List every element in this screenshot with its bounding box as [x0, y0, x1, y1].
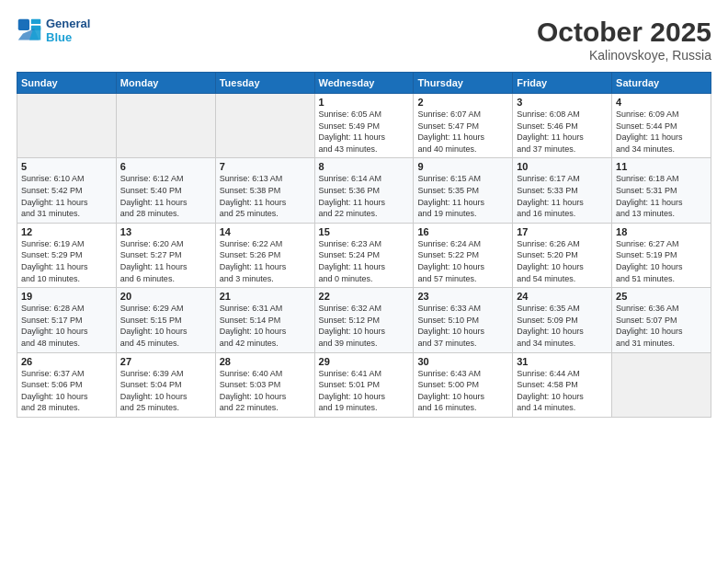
calendar-cell: 23Sunrise: 6:33 AM Sunset: 5:10 PM Dayli…	[414, 288, 513, 352]
day-number: 9	[417, 161, 508, 172]
calendar-cell: 27Sunrise: 6:39 AM Sunset: 5:04 PM Dayli…	[116, 352, 215, 417]
day-number: 6	[120, 161, 211, 172]
day-info: Sunrise: 6:43 AM Sunset: 5:00 PM Dayligh…	[417, 368, 508, 414]
calendar-cell: 2Sunrise: 6:07 AM Sunset: 5:47 PM Daylig…	[414, 94, 513, 158]
day-info: Sunrise: 6:07 AM Sunset: 5:47 PM Dayligh…	[417, 109, 508, 155]
day-info: Sunrise: 6:40 AM Sunset: 5:03 PM Dayligh…	[220, 368, 311, 414]
calendar-cell: 20Sunrise: 6:29 AM Sunset: 5:15 PM Dayli…	[116, 288, 215, 352]
day-number: 4	[616, 97, 707, 108]
day-info: Sunrise: 6:13 AM Sunset: 5:38 PM Dayligh…	[220, 173, 311, 219]
logo: General Blue	[17, 17, 90, 44]
day-info: Sunrise: 6:17 AM Sunset: 5:33 PM Dayligh…	[517, 173, 608, 219]
calendar-cell: 8Sunrise: 6:14 AM Sunset: 5:36 PM Daylig…	[314, 158, 414, 223]
calendar-cell	[612, 352, 711, 417]
day-info: Sunrise: 6:37 AM Sunset: 5:06 PM Dayligh…	[21, 368, 112, 414]
day-number: 28	[220, 356, 311, 367]
day-number: 13	[120, 226, 211, 237]
month-title: October 2025	[537, 17, 711, 48]
calendar-cell: 15Sunrise: 6:23 AM Sunset: 5:24 PM Dayli…	[314, 223, 414, 287]
day-number: 11	[616, 161, 707, 172]
calendar-cell: 29Sunrise: 6:41 AM Sunset: 5:01 PM Dayli…	[314, 352, 414, 417]
day-info: Sunrise: 6:23 AM Sunset: 5:24 PM Dayligh…	[319, 238, 410, 284]
calendar-cell: 28Sunrise: 6:40 AM Sunset: 5:03 PM Dayli…	[215, 352, 314, 417]
day-number: 30	[417, 356, 508, 367]
page-header: General Blue October 2025 Kalinovskoye, …	[17, 17, 711, 63]
calendar-cell: 4Sunrise: 6:09 AM Sunset: 5:44 PM Daylig…	[612, 94, 711, 158]
calendar-cell: 12Sunrise: 6:19 AM Sunset: 5:29 PM Dayli…	[17, 223, 117, 287]
day-number: 14	[220, 226, 311, 237]
day-info: Sunrise: 6:31 AM Sunset: 5:14 PM Dayligh…	[220, 303, 311, 349]
weekday-header-thursday: Thursday	[414, 73, 513, 94]
calendar-cell	[215, 94, 314, 158]
day-info: Sunrise: 6:18 AM Sunset: 5:31 PM Dayligh…	[616, 173, 707, 219]
day-info: Sunrise: 6:39 AM Sunset: 5:04 PM Dayligh…	[120, 368, 211, 414]
day-info: Sunrise: 6:28 AM Sunset: 5:17 PM Dayligh…	[21, 303, 112, 349]
day-info: Sunrise: 6:14 AM Sunset: 5:36 PM Dayligh…	[319, 173, 410, 219]
calendar-week-row: 5Sunrise: 6:10 AM Sunset: 5:42 PM Daylig…	[17, 158, 711, 223]
day-info: Sunrise: 6:27 AM Sunset: 5:19 PM Dayligh…	[616, 238, 707, 284]
day-info: Sunrise: 6:26 AM Sunset: 5:20 PM Dayligh…	[517, 238, 608, 284]
day-number: 3	[517, 97, 608, 108]
calendar-cell: 16Sunrise: 6:24 AM Sunset: 5:22 PM Dayli…	[414, 223, 513, 287]
day-number: 19	[21, 291, 112, 302]
calendar-cell: 3Sunrise: 6:08 AM Sunset: 5:46 PM Daylig…	[513, 94, 612, 158]
day-number: 18	[616, 226, 707, 237]
calendar-cell	[17, 94, 117, 158]
calendar-cell: 14Sunrise: 6:22 AM Sunset: 5:26 PM Dayli…	[215, 223, 314, 287]
calendar-cell: 26Sunrise: 6:37 AM Sunset: 5:06 PM Dayli…	[17, 352, 117, 417]
day-info: Sunrise: 6:08 AM Sunset: 5:46 PM Dayligh…	[517, 109, 608, 155]
day-number: 2	[417, 97, 508, 108]
calendar-cell: 22Sunrise: 6:32 AM Sunset: 5:12 PM Dayli…	[314, 288, 414, 352]
day-info: Sunrise: 6:41 AM Sunset: 5:01 PM Dayligh…	[319, 368, 410, 414]
title-block: October 2025 Kalinovskoye, Russia	[537, 17, 711, 63]
day-number: 17	[517, 226, 608, 237]
weekday-header-row: SundayMondayTuesdayWednesdayThursdayFrid…	[17, 73, 711, 94]
calendar-week-row: 19Sunrise: 6:28 AM Sunset: 5:17 PM Dayli…	[17, 288, 711, 352]
day-info: Sunrise: 6:12 AM Sunset: 5:40 PM Dayligh…	[120, 173, 211, 219]
calendar-page: General Blue October 2025 Kalinovskoye, …	[0, 0, 728, 563]
day-number: 16	[417, 226, 508, 237]
day-number: 31	[517, 356, 608, 367]
logo-text: General Blue	[46, 17, 90, 44]
calendar-week-row: 26Sunrise: 6:37 AM Sunset: 5:06 PM Dayli…	[17, 352, 711, 417]
day-info: Sunrise: 6:20 AM Sunset: 5:27 PM Dayligh…	[120, 238, 211, 284]
day-number: 1	[319, 97, 410, 108]
day-info: Sunrise: 6:05 AM Sunset: 5:49 PM Dayligh…	[319, 109, 410, 155]
day-info: Sunrise: 6:10 AM Sunset: 5:42 PM Dayligh…	[21, 173, 112, 219]
calendar-cell: 7Sunrise: 6:13 AM Sunset: 5:38 PM Daylig…	[215, 158, 314, 223]
calendar-cell: 17Sunrise: 6:26 AM Sunset: 5:20 PM Dayli…	[513, 223, 612, 287]
day-info: Sunrise: 6:09 AM Sunset: 5:44 PM Dayligh…	[616, 109, 707, 155]
day-info: Sunrise: 6:36 AM Sunset: 5:07 PM Dayligh…	[616, 303, 707, 349]
calendar-cell: 24Sunrise: 6:35 AM Sunset: 5:09 PM Dayli…	[513, 288, 612, 352]
day-number: 22	[319, 291, 410, 302]
day-info: Sunrise: 6:33 AM Sunset: 5:10 PM Dayligh…	[417, 303, 508, 349]
calendar-cell	[116, 94, 215, 158]
day-info: Sunrise: 6:32 AM Sunset: 5:12 PM Dayligh…	[319, 303, 410, 349]
day-info: Sunrise: 6:19 AM Sunset: 5:29 PM Dayligh…	[21, 238, 112, 284]
calendar-cell: 1Sunrise: 6:05 AM Sunset: 5:49 PM Daylig…	[314, 94, 414, 158]
calendar-cell: 11Sunrise: 6:18 AM Sunset: 5:31 PM Dayli…	[612, 158, 711, 223]
weekday-header-tuesday: Tuesday	[215, 73, 314, 94]
day-number: 25	[616, 291, 707, 302]
day-info: Sunrise: 6:29 AM Sunset: 5:15 PM Dayligh…	[120, 303, 211, 349]
day-number: 12	[21, 226, 112, 237]
calendar-cell: 10Sunrise: 6:17 AM Sunset: 5:33 PM Dayli…	[513, 158, 612, 223]
day-number: 29	[319, 356, 410, 367]
day-info: Sunrise: 6:15 AM Sunset: 5:35 PM Dayligh…	[417, 173, 508, 219]
day-info: Sunrise: 6:44 AM Sunset: 4:58 PM Dayligh…	[517, 368, 608, 414]
calendar-cell: 6Sunrise: 6:12 AM Sunset: 5:40 PM Daylig…	[116, 158, 215, 223]
calendar-cell: 31Sunrise: 6:44 AM Sunset: 4:58 PM Dayli…	[513, 352, 612, 417]
svg-rect-1	[31, 19, 41, 24]
calendar-cell: 18Sunrise: 6:27 AM Sunset: 5:19 PM Dayli…	[612, 223, 711, 287]
day-number: 20	[120, 291, 211, 302]
calendar-cell: 13Sunrise: 6:20 AM Sunset: 5:27 PM Dayli…	[116, 223, 215, 287]
day-number: 7	[220, 161, 311, 172]
day-info: Sunrise: 6:22 AM Sunset: 5:26 PM Dayligh…	[220, 238, 311, 284]
location-title: Kalinovskoye, Russia	[537, 48, 711, 63]
calendar-week-row: 1Sunrise: 6:05 AM Sunset: 5:49 PM Daylig…	[17, 94, 711, 158]
calendar-cell: 9Sunrise: 6:15 AM Sunset: 5:35 PM Daylig…	[414, 158, 513, 223]
day-number: 10	[517, 161, 608, 172]
weekday-header-friday: Friday	[513, 73, 612, 94]
weekday-header-saturday: Saturday	[612, 73, 711, 94]
svg-rect-0	[18, 19, 29, 30]
